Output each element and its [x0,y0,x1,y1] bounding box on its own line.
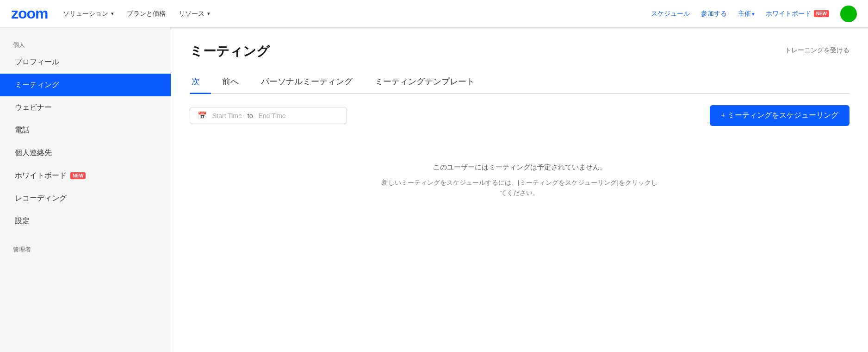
topnav-right-items: スケジュール 参加する 主催 ホワイトボード NEW [651,6,857,22]
sidebar-section-personal: 個人 [0,37,171,51]
new-badge: NEW [814,10,829,17]
sidebar-item-settings[interactable]: 設定 [0,210,171,233]
sidebar-item-whiteboard[interactable]: ホワイトボード NEW [0,164,171,187]
end-time-placeholder: End Time [258,112,285,119]
schedule-meeting-button[interactable]: + ミーティングをスケジューリング [710,105,849,126]
sidebar-item-meeting[interactable]: ミーティング [0,74,171,96]
topnav-schedule[interactable]: スケジュール [651,10,690,18]
tab-personal[interactable]: パーソナルミーティング [250,71,364,94]
topnav: zoom ソリューション プランと価格 リソース スケジュール 参加する 主催 … [0,0,868,28]
sidebar: 個人 プロフィール ミーティング ウェビナー 電話 個人連絡先 ホワイトボード … [0,28,171,352]
date-range-picker[interactable]: 📅 Start Time to End Time [190,107,347,124]
sidebar-item-webinar[interactable]: ウェビナー [0,96,171,119]
topnav-left-items: ソリューション プランと価格 リソース [63,10,651,18]
page-title: ミーティング [190,43,270,60]
tab-template[interactable]: ミーティングテンプレート [364,71,486,94]
empty-state: このユーザーにはミーティングは予定されていません。 新しいミーティングをスケジュ… [190,163,849,198]
sidebar-item-profile[interactable]: プロフィール [0,51,171,74]
user-avatar[interactable] [840,6,857,22]
empty-state-title: このユーザーにはミーティングは予定されていません。 [433,163,607,172]
zoom-logo[interactable]: zoom [11,5,48,22]
sidebar-item-contacts[interactable]: 個人連絡先 [0,142,171,164]
topnav-whiteboard[interactable]: ホワイトボード NEW [766,10,829,18]
calendar-icon: 📅 [198,111,207,120]
topnav-join[interactable]: 参加する [701,10,727,18]
topnav-solutions[interactable]: ソリューション [63,10,114,18]
tab-prev[interactable]: 前へ [211,71,250,94]
main-content: ミーティング トレーニングを受ける 次 前へ パーソナルミーティング ミーティン… [171,28,868,352]
start-time-placeholder: Start Time [212,112,242,119]
topnav-pricing[interactable]: プランと価格 [127,10,166,18]
empty-state-desc: 新しいミーティングをスケジュールするには、[ミーティングをスケジューリング]をク… [381,177,658,198]
topnav-resources[interactable]: リソース [179,10,210,18]
sidebar-new-badge: NEW [70,172,86,179]
sidebar-item-recording[interactable]: レコーディング [0,187,171,210]
training-link[interactable]: トレーニングを受ける [785,46,849,55]
sidebar-item-phone[interactable]: 電話 [0,119,171,142]
filter-bar: 📅 Start Time to End Time + ミーティングをスケジューリ… [190,105,849,126]
sidebar-section-admin: 管理者 [0,242,171,256]
date-separator: to [248,112,253,119]
main-header: ミーティング トレーニングを受ける [190,43,849,60]
tabs: 次 前へ パーソナルミーティング ミーティングテンプレート [190,71,849,94]
main-layout: 個人 プロフィール ミーティング ウェビナー 電話 個人連絡先 ホワイトボード … [0,28,868,352]
tab-next[interactable]: 次 [190,71,211,94]
topnav-host[interactable]: 主催 [738,10,755,18]
